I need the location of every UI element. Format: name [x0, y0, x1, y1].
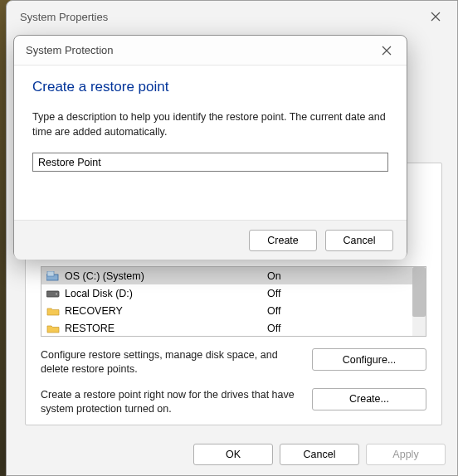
modal-cancel-button[interactable]: Cancel [325, 230, 393, 251]
outer-button-bar: OK Cancel Apply [7, 434, 457, 475]
drive-row[interactable]: RESTOREOff [41, 319, 412, 337]
drive-status: Off [267, 305, 412, 317]
outer-title: System Properties [20, 11, 108, 23]
drive-row[interactable]: Local Disk (D:)Off [41, 284, 412, 302]
folder-icon [46, 305, 60, 317]
outer-titlebar: System Properties [7, 1, 457, 32]
modal-description: Type a description to help you identify … [32, 110, 388, 139]
svg-rect-3 [47, 271, 54, 276]
modal-close-button[interactable] [370, 38, 403, 63]
cancel-button[interactable]: Cancel [280, 444, 359, 465]
modal-body: Create a restore point Type a descriptio… [14, 66, 407, 220]
drive-name: RECOVERY [65, 305, 267, 317]
scrollbar-thumb[interactable] [412, 267, 426, 317]
drive-name: RESTORE [65, 323, 267, 334]
drive-list[interactable]: OS (C:) (System)OnLocal Disk (D:)OffRECO… [41, 266, 426, 337]
drive-os-icon [46, 270, 60, 282]
ok-button[interactable]: OK [193, 444, 273, 465]
drive-row[interactable]: RECOVERYOff [41, 302, 412, 319]
drive-name: Local Disk (D:) [65, 288, 267, 299]
drive-status: On [267, 270, 412, 282]
modal-create-button[interactable]: Create [249, 230, 317, 251]
create-description: Create a restore point right now for the… [41, 388, 300, 416]
modal-heading: Create a restore point [32, 79, 388, 95]
close-icon [431, 12, 441, 22]
drive-name: OS (C:) (System) [65, 270, 267, 282]
drive-status: Off [267, 288, 412, 299]
folder-icon [46, 323, 60, 334]
configure-description: Configure restore settings, manage disk … [41, 348, 300, 376]
modal-title: System Protection [26, 44, 114, 56]
restore-point-name-input[interactable] [32, 153, 388, 172]
drive-hdd-icon [46, 288, 60, 299]
drive-status: Off [267, 323, 412, 334]
configure-button[interactable]: Configure... [312, 348, 426, 371]
drive-row[interactable]: OS (C:) (System)On [41, 267, 412, 284]
svg-point-5 [56, 293, 57, 294]
apply-button: Apply [366, 444, 446, 465]
create-restore-point-dialog: System Protection Create a restore point… [13, 35, 407, 259]
drive-list-scrollbar[interactable] [412, 267, 426, 336]
close-icon [382, 46, 392, 56]
modal-button-bar: Create Cancel [14, 220, 407, 260]
create-restore-point-button[interactable]: Create... [312, 388, 426, 410]
outer-close-button[interactable] [419, 4, 452, 29]
modal-titlebar: System Protection [14, 36, 407, 66]
